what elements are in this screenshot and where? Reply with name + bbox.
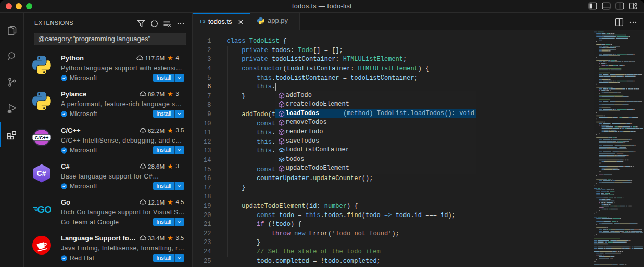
svg-text:C#: C#: [37, 169, 46, 177]
svg-text:C/C++: C/C++: [35, 135, 49, 141]
svg-text:GO: GO: [37, 204, 52, 215]
